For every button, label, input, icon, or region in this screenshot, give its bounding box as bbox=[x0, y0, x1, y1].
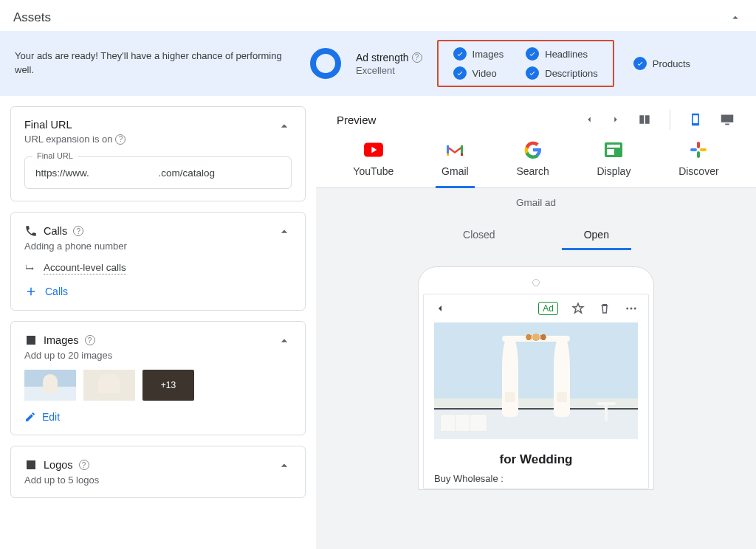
help-icon[interactable]: ? bbox=[115, 134, 126, 145]
image-thumb[interactable] bbox=[24, 370, 76, 401]
google-icon bbox=[523, 140, 543, 159]
ad-subtitle: Buy Wholesale : bbox=[424, 473, 648, 488]
svg-rect-4 bbox=[697, 142, 700, 148]
image-icon bbox=[24, 458, 38, 472]
preview-area: Gmail ad Closed Open Ad bbox=[316, 188, 756, 549]
phone-icon bbox=[24, 224, 38, 238]
display-icon bbox=[604, 140, 623, 159]
tab-youtube[interactable]: YouTube bbox=[347, 140, 399, 187]
image-overflow-button[interactable]: +13 bbox=[142, 370, 194, 401]
image-thumb[interactable] bbox=[83, 370, 135, 401]
help-icon[interactable]: ? bbox=[79, 460, 89, 470]
card-final-url: Final URL URL expansion is on? Final URL bbox=[10, 106, 306, 201]
tab-search[interactable]: Search bbox=[510, 140, 554, 187]
back-icon[interactable] bbox=[434, 303, 446, 314]
discover-icon bbox=[689, 140, 708, 159]
pencil-icon bbox=[24, 411, 36, 423]
card-images: Images ? Add up to 20 images +13 Edit bbox=[10, 321, 306, 435]
prev-button[interactable] bbox=[584, 114, 594, 125]
account-calls-link[interactable]: Account-level calls bbox=[24, 262, 292, 274]
check-headlines: Headlines bbox=[526, 47, 598, 61]
more-icon[interactable] bbox=[625, 302, 638, 315]
desktop-view-button[interactable] bbox=[719, 111, 735, 128]
columns-icon[interactable] bbox=[637, 112, 652, 127]
check-products: Products bbox=[633, 57, 690, 70]
tab-gmail[interactable]: Gmail bbox=[436, 140, 475, 188]
collapse-card-button[interactable] bbox=[277, 119, 292, 134]
help-icon[interactable]: ? bbox=[412, 52, 422, 63]
check-descriptions: Descriptions bbox=[526, 66, 598, 80]
svg-rect-5 bbox=[697, 151, 700, 158]
images-sub: Add up to 20 images bbox=[24, 350, 112, 361]
ad-title: for Wedding bbox=[424, 439, 648, 473]
collapse-card-button[interactable] bbox=[277, 334, 292, 348]
add-calls-button[interactable]: Calls bbox=[24, 285, 292, 298]
svg-rect-3 bbox=[607, 149, 614, 155]
ad-hero-image bbox=[434, 322, 638, 439]
svg-rect-7 bbox=[700, 148, 707, 151]
final-url-field[interactable]: Final URL bbox=[24, 156, 292, 189]
strength-label: Ad strength bbox=[356, 52, 409, 63]
logos-title: Logos bbox=[44, 459, 73, 471]
svg-rect-2 bbox=[607, 145, 620, 148]
final-url-sub: URL expansion is on bbox=[24, 134, 112, 145]
tab-open[interactable]: Open bbox=[562, 229, 631, 250]
preview-panel: Preview YouTube Gmail Search bbox=[316, 96, 756, 549]
ad-preview-card: Ad for Wedding Buy Whole bbox=[423, 294, 649, 489]
strength-block: Ad strength ? Excellent bbox=[356, 52, 422, 76]
tab-discover[interactable]: Discover bbox=[673, 140, 724, 187]
svg-rect-6 bbox=[690, 148, 697, 151]
ad-strength-banner: Your ads are ready! They'll have a highe… bbox=[0, 31, 756, 96]
final-url-title: Final URL bbox=[24, 119, 126, 131]
preview-tabs: YouTube Gmail Search Display Discover bbox=[316, 140, 756, 188]
sub-arrow-icon bbox=[24, 263, 36, 274]
strength-ring-icon bbox=[310, 48, 341, 79]
youtube-icon bbox=[364, 140, 383, 159]
calls-title: Calls bbox=[44, 225, 67, 237]
final-url-input[interactable] bbox=[35, 168, 281, 179]
banner-message: Your ads are ready! They'll have a highe… bbox=[15, 49, 295, 77]
svg-point-9 bbox=[630, 308, 633, 310]
collapse-card-button[interactable] bbox=[277, 224, 292, 239]
field-label: Final URL bbox=[32, 151, 78, 160]
edit-images-button[interactable]: Edit bbox=[24, 411, 292, 423]
help-icon[interactable]: ? bbox=[85, 335, 95, 345]
gmail-icon bbox=[445, 140, 464, 159]
check-images: Images bbox=[453, 47, 504, 61]
strength-rating: Excellent bbox=[356, 65, 422, 76]
svg-point-10 bbox=[634, 308, 636, 310]
star-icon[interactable] bbox=[571, 302, 585, 315]
section-title: Assets bbox=[13, 10, 51, 25]
plus-icon bbox=[24, 285, 38, 298]
help-icon[interactable]: ? bbox=[73, 226, 83, 236]
trash-icon[interactable] bbox=[598, 302, 611, 315]
section-header: Assets bbox=[0, 0, 756, 31]
images-title: Images bbox=[44, 334, 79, 346]
check-video: Video bbox=[453, 66, 504, 80]
calls-sub: Adding a phone number bbox=[24, 241, 127, 252]
image-icon bbox=[24, 334, 38, 347]
assets-panel: Final URL URL expansion is on? Final URL… bbox=[0, 96, 316, 549]
collapse-card-button[interactable] bbox=[277, 458, 292, 473]
phone-speaker-icon bbox=[532, 279, 540, 286]
card-calls: Calls ? Adding a phone number Account-le… bbox=[10, 212, 306, 311]
preview-context-label: Gmail ad bbox=[316, 197, 756, 208]
svg-point-8 bbox=[626, 308, 628, 310]
tab-closed[interactable]: Closed bbox=[441, 229, 518, 250]
logos-sub: Add up to 5 logos bbox=[24, 474, 99, 486]
checklist-highlighted: Images Headlines Video Descriptions bbox=[437, 40, 614, 87]
next-button[interactable] bbox=[611, 114, 621, 125]
collapse-section-button[interactable] bbox=[728, 10, 743, 25]
card-logos: Logos ? Add up to 5 logos bbox=[10, 446, 306, 498]
phone-frame: Ad for Wedding Buy Whole bbox=[418, 266, 654, 490]
ad-state-tabs: Closed Open bbox=[316, 229, 756, 250]
preview-title: Preview bbox=[337, 114, 376, 126]
image-thumbs: +13 bbox=[24, 370, 292, 401]
mobile-view-button[interactable] bbox=[688, 112, 703, 127]
tab-display[interactable]: Display bbox=[591, 140, 637, 187]
ad-badge: Ad bbox=[538, 302, 558, 315]
